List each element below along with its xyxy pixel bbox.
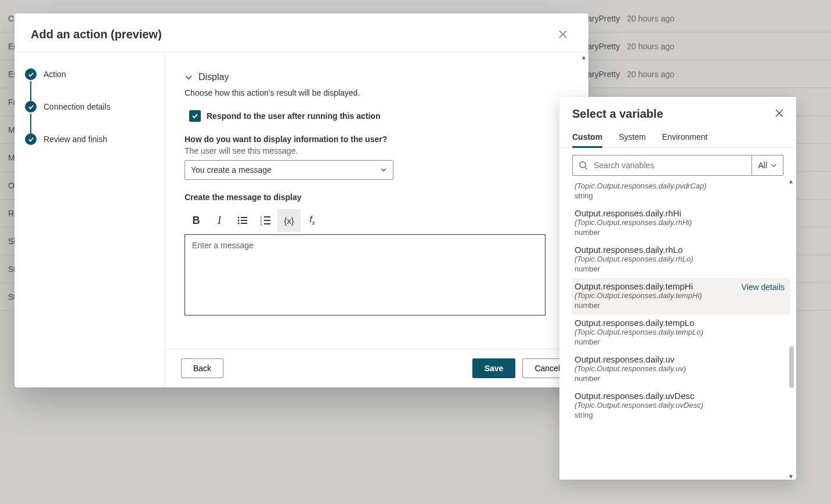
italic-button[interactable]: I (208, 209, 231, 232)
scroll-up-arrow[interactable]: ▲ (788, 178, 794, 184)
chevron-down-icon (771, 162, 777, 169)
variable-item[interactable]: Output.responses.daily.tempHi(Topic.Outp… (572, 278, 790, 314)
wizard-step[interactable]: Connection details (25, 101, 154, 113)
variable-item[interactable]: Output.responses.daily.rhLo(Topic.Output… (572, 241, 790, 278)
display-subtext: The user will see this message. (185, 146, 569, 155)
bold-button[interactable]: B (185, 209, 208, 232)
editor-placeholder: Enter a message (192, 241, 254, 250)
variable-name: Output.responses.daily.uv (575, 354, 788, 364)
variable-item[interactable]: Output.responses.daily.tempLo(Topic.Outp… (572, 314, 790, 351)
display-section-toggle[interactable]: Display (185, 72, 569, 82)
chevron-down-icon (380, 166, 387, 173)
step-label: Review and finish (44, 135, 107, 144)
modal-title: Add an action (preview) (31, 28, 162, 41)
variable-tab-environment[interactable]: Environment (662, 125, 708, 147)
svg-rect-5 (241, 223, 247, 224)
scroll-down-arrow[interactable]: ▼ (788, 473, 794, 480)
step-complete-icon (25, 101, 37, 113)
variable-panel: Select a variable CustomSystemEnvironmen… (559, 97, 796, 480)
display-mode-select[interactable]: You create a message (185, 160, 393, 180)
variable-list: ▲ (Topic.Output.responses.daily.pvdrCap)… (559, 178, 796, 480)
variable-type: string (575, 411, 788, 419)
svg-rect-9 (264, 220, 270, 221)
view-details-link[interactable]: View details (742, 281, 788, 292)
message-editor[interactable]: Enter a message (185, 234, 545, 316)
wizard-step[interactable]: Review and finish (25, 133, 154, 145)
variable-tab-system[interactable]: System (619, 125, 646, 147)
content-scroll: Display Choose how this action's result … (165, 52, 588, 349)
create-message-label: Create the message to display (185, 193, 569, 202)
svg-rect-7 (264, 216, 270, 217)
variable-name: Output.responses.daily.tempHi (575, 281, 742, 291)
variable-path: (Topic.Output.responses.daily.tempHi) (575, 291, 742, 300)
formula-button[interactable]: fx (301, 209, 324, 232)
step-label: Connection details (44, 102, 110, 111)
variable-filter-label: All (758, 161, 767, 170)
respond-checkbox[interactable] (189, 110, 201, 122)
scrollbar-thumb[interactable] (789, 346, 794, 388)
display-section-title: Display (198, 72, 229, 82)
respond-checkbox-label: Respond to the user after running this a… (207, 111, 380, 121)
variable-name: Output.responses.daily.rhHi (575, 208, 788, 218)
variable-path: (Topic.Output.responses.daily.rhLo) (575, 255, 788, 263)
variable-name: Output.responses.daily.rhLo (575, 245, 788, 255)
variable-type: number (575, 264, 788, 273)
variable-search[interactable] (572, 155, 751, 176)
variable-item[interactable]: Output.responses.daily.uv(Topic.Output.r… (572, 351, 790, 387)
close-icon (559, 30, 567, 38)
numbered-list-button[interactable]: 123 (254, 209, 277, 232)
save-button[interactable]: Save (472, 358, 516, 378)
scroll-up-arrow[interactable]: ▲ (579, 52, 588, 61)
modal-footer: Back Save Cancel (165, 349, 588, 387)
svg-point-4 (238, 223, 240, 224)
variable-name: Output.responses.daily.uvDesc (575, 391, 788, 401)
variable-panel-title: Select a variable (572, 107, 663, 121)
wizard-sidebar: ActionConnection detailsReview and finis… (15, 52, 165, 387)
close-icon (775, 109, 783, 117)
step-label: Action (44, 70, 66, 79)
content-area: ▲ Display Choose how this action's resul… (165, 52, 588, 387)
svg-point-0 (238, 217, 240, 219)
bullet-list-icon (237, 215, 248, 226)
variable-tab-custom[interactable]: Custom (572, 125, 602, 147)
variable-panel-header: Select a variable (559, 97, 796, 125)
variable-type: number (575, 228, 788, 237)
variable-item[interactable]: (Topic.Output.responses.daily.pvdrCap)st… (572, 178, 790, 205)
bullet-list-button[interactable] (231, 209, 254, 232)
respond-checkbox-row[interactable]: Respond to the user after running this a… (185, 107, 569, 125)
variable-type: number (575, 374, 788, 383)
variable-item[interactable]: Output.responses.daily.rhHi(Topic.Output… (572, 205, 790, 241)
display-question: How do you want to display information t… (185, 135, 569, 144)
modal-header: Add an action (preview) (15, 13, 588, 52)
variable-type: number (575, 338, 788, 346)
search-icon (579, 161, 588, 170)
wizard-step[interactable]: Action (25, 68, 154, 80)
variable-search-row: All (559, 148, 796, 176)
variable-path: (Topic.Output.responses.daily.pvdrCap) (575, 182, 788, 190)
variable-name: Output.responses.daily.tempLo (575, 318, 788, 328)
numbered-list-icon: 123 (260, 215, 272, 226)
variable-path: (Topic.Output.responses.daily.rhHi) (575, 218, 788, 227)
close-button[interactable] (554, 25, 572, 43)
modal-body: ActionConnection detailsReview and finis… (15, 52, 588, 387)
variable-type: number (575, 301, 742, 310)
checkmark-icon (192, 113, 198, 119)
variable-item[interactable]: Output.responses.daily.uvDesc(Topic.Outp… (572, 387, 790, 424)
svg-text:3: 3 (260, 223, 262, 226)
variable-search-input[interactable] (592, 160, 746, 171)
variable-filter-dropdown[interactable]: All (751, 155, 783, 176)
variable-path: (Topic.Output.responses.daily.uvDesc) (575, 401, 788, 409)
back-button[interactable]: Back (181, 358, 223, 378)
editor-toolbar: B I 123 {x} fx (185, 209, 569, 232)
variable-path: (Topic.Output.responses.daily.tempLo) (575, 328, 788, 336)
chevron-down-icon (185, 73, 193, 81)
variable-panel-close[interactable] (775, 109, 783, 119)
variable-path: (Topic.Output.responses.daily.uv) (575, 364, 788, 373)
insert-variable-button[interactable]: {x} (277, 209, 301, 232)
select-value: You create a message (191, 165, 272, 175)
step-complete-icon (25, 133, 37, 145)
variable-type: string (575, 191, 788, 200)
svg-rect-3 (241, 220, 247, 221)
variable-tabs: CustomSystemEnvironment (559, 125, 796, 148)
svg-point-2 (238, 220, 240, 222)
